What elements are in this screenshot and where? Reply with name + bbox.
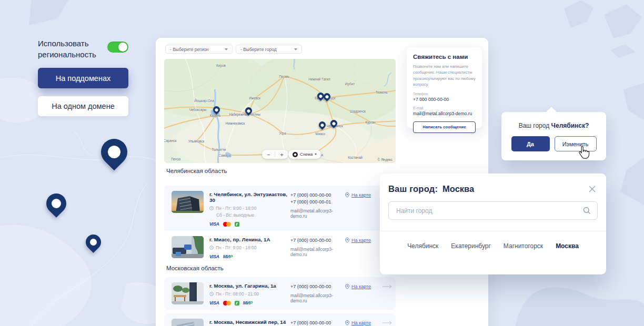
chevron-down-icon	[315, 154, 317, 155]
map-city-label: Самара	[218, 154, 230, 157]
office-list-card: г. Москва, Несвижский пер, 14 +7 (000) 0…	[164, 313, 396, 326]
office-phone: +7 (000) 000-00-00	[290, 192, 345, 198]
clock-icon	[209, 292, 214, 296]
email-label: E-mail	[413, 106, 476, 110]
regionality-toggle[interactable]	[107, 42, 128, 53]
map-city-label: Пермь	[279, 75, 289, 78]
contact-phone: +7 000 000-00-00	[413, 97, 476, 102]
office-email: mail@metal.allcorp3-demo.ru	[290, 247, 345, 257]
map-city-label: Йошкар-Ола	[194, 99, 214, 103]
office-row[interactable]: г. Челябинск, ул. Энтузиастов, 30 Пн - П…	[164, 186, 396, 231]
location-pin-icon	[345, 192, 349, 198]
sbp-icon	[235, 222, 239, 227]
city-search-input[interactable]	[395, 207, 583, 215]
office-photo	[172, 282, 204, 304]
map-city-label: Уфа	[279, 131, 286, 135]
map-city-label: Пенза	[171, 157, 180, 161]
office-photo	[172, 191, 204, 213]
map-zoom-control[interactable]: − +	[262, 150, 288, 159]
city-question-city: Челябинск?	[551, 122, 589, 129]
map-copyright: © Яндекс	[378, 158, 393, 161]
decorative-map-pin-medium	[46, 193, 66, 213]
show-on-map-link[interactable]: На карте	[345, 238, 382, 243]
map-location-pin[interactable]	[322, 91, 331, 101]
arrow-right-icon[interactable]	[382, 284, 393, 289]
zoom-out-button[interactable]: −	[267, 151, 270, 158]
city-option-magnitogorsk[interactable]: Магнитогорск	[504, 242, 543, 250]
city-question-prefix: Ваш город	[519, 122, 550, 129]
office-email: mail@metal.allcorp3-demo.ru	[290, 208, 345, 219]
show-on-map-link[interactable]: На карте	[345, 320, 382, 325]
map-city-label: Миасс	[316, 132, 326, 136]
map-city-label: Ижевск	[249, 96, 260, 100]
office-address: г. Миасс, пр. Ленина, 1А	[209, 237, 290, 242]
office-phone: +7 (000) 000-00-00	[290, 238, 345, 243]
city-option-chelyabinsk[interactable]: Челябинск	[407, 242, 438, 250]
map-city-label: Нижнекамск	[226, 121, 245, 125]
city-option-ekaterinburg[interactable]: Екатеринбург	[451, 242, 491, 250]
sbp-icon	[235, 301, 239, 305]
visa-icon: VISA	[209, 254, 219, 259]
map-city-label: Казань	[210, 114, 221, 117]
office-hours-weekend: Сб - Вс: выходные	[216, 212, 290, 218]
office-list-card: г. Москва, ул. Гагарина, 1а Пн - Пт: 08:…	[164, 277, 396, 310]
chevron-down-icon	[225, 48, 228, 50]
confirm-city-button[interactable]: Да	[511, 136, 550, 151]
map-city-label: Нижний Тагил	[308, 77, 330, 81]
mir-icon: МИР	[243, 300, 253, 305]
map-city-label: Ирбит	[345, 82, 355, 86]
contact-us-card: Свяжитесь с нами Позвоните нам или напиш…	[407, 47, 482, 128]
close-icon[interactable]	[588, 185, 597, 193]
office-phone: +7 (000) 000-00-01	[290, 199, 345, 205]
write-message-button[interactable]: Написать сообщение	[413, 121, 476, 133]
map-layer-control[interactable]: Схема	[288, 150, 321, 159]
arrow-right-icon[interactable]	[382, 321, 393, 325]
phone-label: Телефон	[413, 92, 476, 96]
map-city-label: Тольятти	[212, 148, 226, 151]
change-city-button[interactable]: Изменить	[555, 136, 597, 151]
office-hours: Пн - Пт: 9:00 - 18:00	[216, 206, 256, 211]
city-option-moscow[interactable]: Москва	[556, 242, 579, 250]
office-hours: Пн - Пт: 9:00 - 18:00	[216, 245, 256, 250]
map-city-label: Набережные Челны	[229, 113, 260, 116]
office-row[interactable]: г. Москва, Несвижский пер, 14 +7 (000) 0…	[164, 313, 396, 326]
subdomains-mode-button[interactable]: На поддоменах	[38, 68, 128, 88]
layers-icon	[293, 152, 298, 157]
modal-title: Ваш город:	[388, 184, 438, 194]
clock-icon	[209, 246, 214, 250]
region-select[interactable]: - Выберите регион	[165, 45, 233, 54]
map-city-label: Чебоксары	[189, 108, 207, 111]
office-row[interactable]: г. Москва, ул. Гагарина, 1а Пн - Пт: 08:…	[164, 277, 396, 310]
map-city-label: Шадринск	[350, 109, 366, 113]
contact-card-title: Свяжитесь с нами	[413, 54, 476, 60]
show-on-map-link[interactable]: На карте	[345, 284, 382, 289]
city-select[interactable]: - Выберите город	[236, 45, 302, 54]
offices-map[interactable]: КировПермьНижний ТагилЕкатеринбургТюмень…	[164, 59, 396, 163]
show-on-map-link[interactable]: На карте	[345, 192, 382, 198]
visa-icon: VISA	[209, 300, 219, 305]
map-location-pin[interactable]	[317, 120, 327, 129]
city-select-modal: Ваш город: Москва Челябинск Екатеринбург…	[380, 174, 606, 274]
office-address: г. Москва, Несвижский пер, 14	[209, 319, 290, 325]
chevron-down-icon	[294, 48, 297, 50]
toggle-knob	[118, 43, 127, 52]
office-row[interactable]: г. Миасс, пр. Ленина, 1А Пн - Пт: 9:00 -…	[164, 231, 396, 263]
map-city-label: Саранск	[164, 139, 176, 142]
city-confirm-popup: Ваш город Челябинск? Да Изменить	[501, 112, 606, 160]
office-phone: +7 (000) 000-00-00	[290, 284, 345, 289]
decorative-map-pin-small	[86, 235, 101, 250]
search-icon[interactable]	[583, 207, 591, 215]
map-city-label: Киров	[216, 64, 226, 67]
regionality-toggle-label: Использовать региональность	[38, 38, 117, 60]
region-section-title: Московская область	[166, 265, 224, 271]
map-city-label: Костанай	[348, 156, 363, 159]
location-pin-icon	[345, 284, 349, 289]
zoom-in-button[interactable]: +	[280, 151, 283, 158]
office-email: mail@metal.allcorp3-demo.ru	[290, 293, 345, 303]
decorative-map-pin-large	[101, 139, 127, 165]
location-pin-icon	[345, 238, 349, 243]
single-domain-mode-button[interactable]: На одном домене	[38, 96, 128, 116]
office-phone: +7 (000) 000-00-00	[290, 320, 345, 325]
contact-card-text: Позвоните нам или напишите сообщение. На…	[413, 64, 476, 88]
city-search-box	[388, 201, 598, 220]
